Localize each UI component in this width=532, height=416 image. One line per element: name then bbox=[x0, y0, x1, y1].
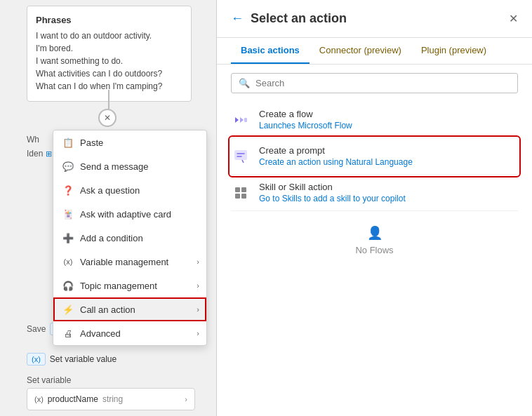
no-flows-area: 👤 No Flows bbox=[231, 211, 518, 269]
ask-question-icon: ❓ bbox=[62, 184, 74, 196]
menu-item-ask-question[interactable]: ❓ Ask a question bbox=[53, 178, 206, 202]
setvar-name: productName bbox=[48, 394, 98, 404]
tab-plugin[interactable]: Plugin (preview) bbox=[411, 38, 496, 64]
add-condition-label: Add a condition bbox=[80, 233, 198, 243]
skill-action-icon bbox=[231, 183, 251, 203]
create-prompt-title: Create a prompt bbox=[259, 145, 413, 156]
search-icon: 🔍 bbox=[239, 78, 250, 88]
advanced-icon: 🖨 bbox=[62, 327, 74, 340]
send-message-icon: 💬 bbox=[62, 160, 74, 173]
canvas-area: Phrases I want to do an outdoor activity… bbox=[0, 0, 218, 416]
tab-bar: Basic actions Connector (preview) Plugin… bbox=[217, 38, 532, 65]
paste-icon: 📋 bbox=[62, 136, 74, 149]
svg-rect-0 bbox=[244, 118, 247, 122]
ask-question-label: Ask a question bbox=[80, 185, 198, 196]
setvar-card-arrow: › bbox=[185, 395, 187, 403]
back-button[interactable]: ← bbox=[231, 11, 244, 26]
setvar-card-icon: (x) bbox=[34, 395, 44, 403]
tab-basic-actions[interactable]: Basic actions bbox=[231, 38, 310, 64]
ask-adaptive-label: Ask with adaptive card bbox=[80, 209, 198, 220]
skill-action-desc: Go to Skills to add a skill to your copi… bbox=[259, 194, 406, 203]
action-list: Create a flow Launches Microsoft Flow Cr… bbox=[217, 102, 532, 416]
create-prompt-icon bbox=[231, 147, 251, 166]
panel-title: Select an action bbox=[251, 11, 502, 26]
menu-item-ask-adaptive[interactable]: 🃏 Ask with adaptive card bbox=[53, 202, 206, 226]
topic-card-title: Phrases bbox=[36, 15, 182, 25]
save-label: Save bbox=[27, 324, 46, 334]
setvar-value-label: Set variable value bbox=[50, 354, 117, 364]
advanced-arrow: › bbox=[197, 329, 199, 337]
topic-mgmt-arrow: › bbox=[197, 281, 199, 290]
iden-icon: ⊞ bbox=[46, 149, 52, 159]
tab-plugin-label: Plugin (preview) bbox=[421, 45, 486, 55]
set-variable-title: Set variable bbox=[27, 375, 195, 385]
create-flow-title: Create a flow bbox=[259, 109, 352, 119]
menu-item-paste[interactable]: 📋 Paste bbox=[53, 130, 206, 154]
set-variable-card[interactable]: (x) productName string › bbox=[27, 388, 195, 410]
close-circle-button[interactable]: ✕ bbox=[98, 109, 117, 127]
add-condition-icon: ➕ bbox=[62, 232, 74, 244]
action-item-skill[interactable]: Skill or Skill action Go to Skills to ad… bbox=[231, 175, 518, 211]
topic-card: Phrases I want to do an outdoor activity… bbox=[27, 6, 192, 102]
set-variable-value-bar: (x) Set variable value bbox=[27, 353, 117, 365]
call-action-icon: ⚡ bbox=[62, 303, 74, 316]
no-flows-label: No Flows bbox=[355, 245, 393, 255]
skill-action-content: Skill or Skill action Go to Skills to ad… bbox=[259, 182, 406, 203]
skill-action-title: Skill or Skill action bbox=[259, 182, 406, 192]
menu-item-send-message[interactable]: 💬 Send a message bbox=[53, 154, 206, 178]
menu-item-variable-mgmt[interactable]: (x) Variable management › bbox=[53, 250, 206, 274]
search-input[interactable] bbox=[255, 78, 510, 88]
svg-rect-5 bbox=[241, 194, 246, 199]
panel-header: ← Select an action ✕ bbox=[217, 0, 532, 38]
panel-close-button[interactable]: ✕ bbox=[509, 12, 518, 25]
svg-rect-1 bbox=[234, 150, 247, 160]
svg-rect-3 bbox=[241, 187, 246, 192]
menu-item-add-condition[interactable]: ➕ Add a condition bbox=[53, 226, 206, 250]
menu-item-call-action[interactable]: ⚡ Call an action › bbox=[53, 297, 206, 321]
iden-label: Iden bbox=[27, 149, 43, 159]
advanced-label: Advanced bbox=[80, 328, 198, 339]
svg-rect-4 bbox=[235, 194, 240, 199]
topic-mgmt-icon: 🎧 bbox=[62, 279, 74, 292]
topic-mgmt-label: Topic management bbox=[80, 281, 198, 291]
tab-basic-actions-label: Basic actions bbox=[241, 45, 300, 55]
menu-item-topic-mgmt[interactable]: 🎧 Topic management › bbox=[53, 274, 206, 297]
create-prompt-content: Create a prompt Create an action using N… bbox=[259, 145, 413, 167]
topic-card-phrases: I want to do an outdoor activity. I'm bo… bbox=[36, 29, 182, 93]
paste-label: Paste bbox=[80, 137, 198, 148]
search-box[interactable]: 🔍 bbox=[231, 73, 518, 93]
variable-mgmt-label: Variable management bbox=[80, 257, 198, 267]
create-flow-icon bbox=[231, 110, 251, 130]
no-flows-icon: 👤 bbox=[367, 225, 383, 241]
tab-connector[interactable]: Connector (preview) bbox=[310, 38, 411, 64]
set-variable-section: Set variable (x) productName string › bbox=[27, 375, 195, 410]
search-area: 🔍 bbox=[217, 65, 532, 102]
tab-connector-label: Connector (preview) bbox=[319, 45, 401, 55]
svg-rect-2 bbox=[235, 187, 240, 192]
context-menu: 📋 Paste 💬 Send a message ❓ Ask a questio… bbox=[53, 130, 207, 346]
create-prompt-desc: Create an action using Natural Language bbox=[259, 157, 413, 167]
call-action-arrow: › bbox=[197, 305, 199, 314]
action-item-create-flow[interactable]: Create a flow Launches Microsoft Flow bbox=[231, 102, 518, 138]
create-flow-content: Create a flow Launches Microsoft Flow bbox=[259, 109, 352, 130]
setvar-icon: (x) bbox=[27, 353, 46, 365]
setvar-type: string bbox=[102, 394, 123, 404]
call-action-label: Call an action bbox=[80, 304, 198, 315]
send-message-label: Send a message bbox=[80, 161, 198, 172]
action-panel: ← Select an action ✕ Basic actions Conne… bbox=[216, 0, 532, 416]
menu-item-advanced[interactable]: 🖨 Advanced › bbox=[53, 321, 206, 345]
connector-line bbox=[108, 90, 109, 111]
variable-mgmt-arrow: › bbox=[197, 257, 199, 266]
wh-label: Wh bbox=[27, 135, 39, 145]
action-item-create-prompt[interactable]: Create a prompt Create an action using N… bbox=[231, 138, 518, 175]
variable-mgmt-icon: (x) bbox=[62, 255, 74, 268]
create-flow-desc: Launches Microsoft Flow bbox=[259, 121, 352, 130]
ask-adaptive-icon: 🃏 bbox=[62, 208, 74, 220]
